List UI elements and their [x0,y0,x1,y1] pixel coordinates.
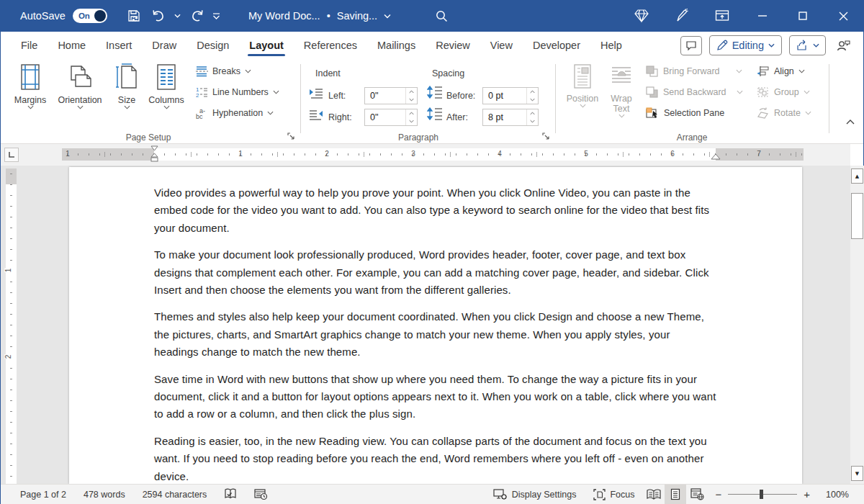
maximize-button[interactable] [783,0,823,32]
indent-right-spin-down[interactable] [406,117,417,125]
editing-mode-button[interactable]: Editing [709,35,782,55]
customize-qat-button[interactable] [211,5,222,27]
spacing-after-spin-up[interactable] [527,109,538,117]
scroll-up-button[interactable]: ▲ [851,168,863,184]
tab-draw[interactable]: Draw [142,33,186,58]
tab-file[interactable]: File [11,33,48,58]
save-button[interactable] [123,5,145,27]
align-label: Align [774,66,794,76]
tab-design[interactable]: Design [186,33,239,58]
share-button[interactable] [789,35,826,55]
saving-status: Saving... [337,10,377,22]
editing-chevron-icon [768,43,775,48]
paragraph[interactable]: To make your document look professionall… [154,246,716,299]
spacing-before-input[interactable]: 0 pt [482,87,539,104]
scrollbar-thumb[interactable] [851,193,863,239]
spacing-before-spin-down[interactable] [527,96,538,104]
spacing-after-spin-down[interactable] [527,117,538,125]
tab-references[interactable]: References [294,33,367,58]
read-mode-button[interactable] [643,485,665,504]
wrap-text-button[interactable]: Wrap Text [604,63,639,118]
redo-button[interactable] [186,5,208,27]
paragraph[interactable]: Reading is easier, too, in the new Readi… [154,433,716,484]
tab-layout[interactable]: Layout [239,33,294,58]
selection-pane-button[interactable]: Selection Pane [646,107,724,119]
tab-mailings[interactable]: Mailings [367,33,426,58]
spacing-after-input[interactable]: 8 pt [482,109,539,126]
size-button[interactable]: Size [112,63,141,109]
indent-left-input[interactable]: 0" [364,87,418,104]
paragraph-dialog-launcher[interactable] [542,132,552,143]
display-settings-button[interactable]: Display Settings [485,485,585,504]
word-count[interactable]: 478 words [75,485,134,504]
align-button[interactable]: Align [757,66,805,77]
macro-record-button[interactable] [246,485,276,504]
ruler-number: 1 [4,269,12,273]
indent-left-spin-up[interactable] [406,88,417,96]
indent-left-spin-down[interactable] [406,96,417,104]
tab-view[interactable]: View [480,33,523,58]
title-chevron-icon [384,14,391,19]
indent-right-spin-up[interactable] [406,109,417,117]
document-title-area[interactable]: My Word Doc... • Saving... [248,0,391,32]
right-indent-marker[interactable] [711,153,721,160]
search-button[interactable] [431,6,451,26]
indent-left-icon [309,87,323,99]
paragraph[interactable]: Themes and styles also help keep your do… [154,308,716,361]
first-line-indent-marker[interactable] [150,145,159,164]
undo-button[interactable] [148,5,169,27]
autosave-toggle[interactable]: On [73,9,107,23]
breaks-button[interactable]: Breaks [195,66,251,77]
focus-button[interactable]: Focus [585,485,643,504]
tab-selector[interactable] [4,148,19,162]
orientation-button[interactable]: Orientation [53,63,107,109]
vertical-scrollbar[interactable]: ▲ ▼ [850,166,864,484]
columns-button[interactable]: Columns [145,63,187,109]
character-count[interactable]: 2594 characters [134,485,216,504]
position-chevron-icon [580,104,586,108]
collapse-ribbon-button[interactable] [846,119,855,125]
minimize-button[interactable] [742,0,783,32]
comments-button[interactable] [680,36,702,55]
tab-home[interactable]: Home [48,33,96,58]
print-layout-button[interactable] [665,485,686,504]
group-button[interactable]: Group [757,86,810,98]
zoom-in-button[interactable]: + [804,488,810,500]
close-button[interactable] [823,0,863,32]
line-numbers-chevron-icon [273,90,279,94]
page-indicator[interactable]: Page 1 of 2 [1,485,75,504]
zoom-slider-handle[interactable] [760,490,763,499]
send-backward-button[interactable]: Send Backward [646,86,743,98]
tab-help[interactable]: Help [590,33,632,58]
premium-button[interactable] [621,0,662,32]
rotate-button[interactable]: Rotate [757,107,811,119]
tab-developer[interactable]: Developer [523,33,590,58]
margins-button[interactable]: Margins [11,63,50,109]
proofing-status-button[interactable] [215,485,246,504]
horizontal-ruler[interactable]: 1 1 2 3 4 5 6 7 [62,148,804,161]
people-button[interactable] [833,39,853,52]
spacing-before-spin-up[interactable] [527,88,538,96]
indent-right-input[interactable]: 0" [364,109,418,126]
zoom-out-button[interactable]: − [715,488,721,500]
undo-dropdown[interactable] [172,5,184,27]
tab-insert[interactable]: Insert [96,33,142,58]
paragraph[interactable]: Video provides a powerful way to help yo… [154,184,716,237]
hyphenation-button[interactable]: a-bc Hyphenation [195,107,274,119]
bring-forward-button[interactable]: Bring Forward [646,66,742,77]
zoom-level-button[interactable]: 100% [817,485,864,504]
web-layout-button[interactable] [686,485,708,504]
zoom-slider[interactable] [728,494,797,495]
document-page[interactable]: Video provides a powerful way to help yo… [69,167,802,484]
line-numbers-button[interactable]: 12 Line Numbers [195,86,279,98]
scroll-down-button[interactable]: ▼ [851,466,863,481]
page-setup-dialog-launcher[interactable] [287,132,297,143]
ribbon-display-button[interactable] [702,0,742,32]
position-button[interactable]: Position [564,63,600,108]
vertical-ruler[interactable]: 1 2 [6,168,17,484]
ruler-number: 3 [409,150,418,158]
web-layout-icon [690,488,704,500]
paragraph[interactable]: Save time in Word with new buttons that … [154,371,716,423]
tab-review[interactable]: Review [426,33,480,58]
editor-pen-button[interactable] [662,0,702,32]
